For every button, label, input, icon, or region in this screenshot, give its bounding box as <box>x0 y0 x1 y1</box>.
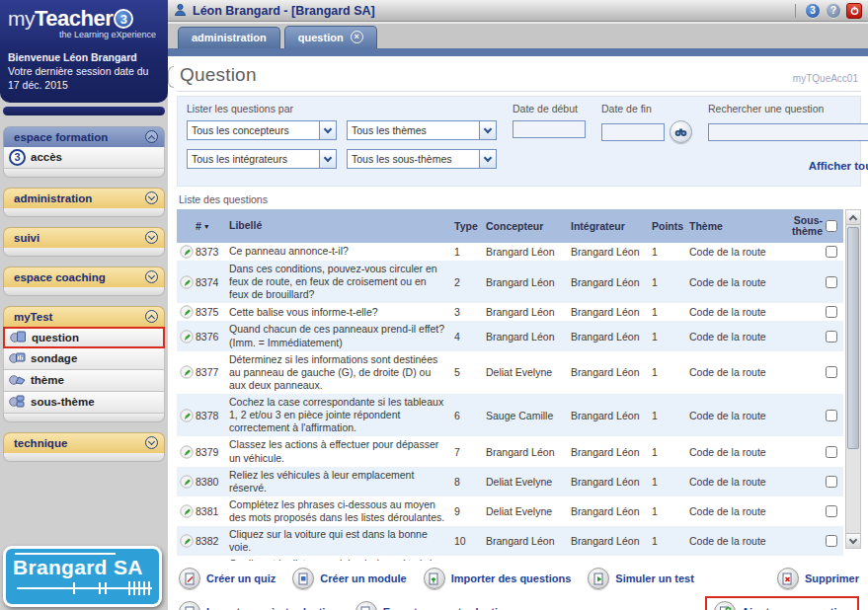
select-all-checkbox[interactable] <box>826 220 837 232</box>
simulate-test-button[interactable]: Simuler un test <box>588 568 693 589</box>
edit-question-icon[interactable] <box>177 445 196 459</box>
logout-icon[interactable] <box>846 3 862 19</box>
sidebar-item-question[interactable]: question <box>3 327 165 348</box>
question-label: Classez les actions à effectuer pour dép… <box>229 438 454 464</box>
integrateur-select[interactable]: Tous les intégrateurs <box>187 149 337 169</box>
question-theme: Code de la route <box>689 535 792 547</box>
add-question-button[interactable]: Ajouter une question <box>705 596 859 610</box>
sidebar-section-espace-coaching[interactable]: espace coaching <box>3 267 165 287</box>
question-search-input[interactable] <box>708 123 868 141</box>
edit-question-icon[interactable] <box>177 245 196 259</box>
question-list: #▼ Libellé Type Concepteur Intégrateur P… <box>177 209 861 561</box>
sidebar-item-theme[interactable]: thème <box>3 370 165 392</box>
row-checkbox[interactable] <box>826 410 837 421</box>
date-end-input[interactable] <box>601 123 665 141</box>
date-search-button[interactable] <box>670 120 692 143</box>
show-all-label: Afficher tout <box>809 160 868 172</box>
row-checkbox[interactable] <box>826 535 837 547</box>
scroll-down-button[interactable] <box>846 533 860 548</box>
main-area: Léon Brangard - [Brangard SA] 3 ? admini… <box>168 0 868 610</box>
company-name: Brangard SA <box>13 556 152 579</box>
tab-question[interactable]: question × <box>284 26 377 48</box>
scrollbar-track[interactable] <box>846 225 860 533</box>
sidebar-section-espace-formation[interactable]: espace formation <box>3 126 165 147</box>
version-3-icon[interactable]: 3 <box>805 3 821 19</box>
sous-theme-select[interactable]: Tous les sous-thèmes <box>347 149 497 169</box>
row-checkbox[interactable] <box>826 331 837 343</box>
table-header: #▼ Libellé Type Concepteur Intégrateur P… <box>177 209 843 243</box>
question-integrateur: Brangard Léon <box>571 535 652 547</box>
question-page: Question myTQueAcc01 Lister les question… <box>168 56 868 610</box>
chevron-down-icon[interactable] <box>319 121 336 139</box>
column-type: Type <box>454 220 486 232</box>
sidebar-item-sous-theme[interactable]: sous-thème <box>3 392 165 414</box>
edit-question-icon[interactable] <box>177 275 196 289</box>
question-points: 1 <box>652 246 689 258</box>
question-label: Quand chacun de ces panneaux prend-il ef… <box>229 323 454 348</box>
scrollbar-thumb[interactable] <box>847 227 859 449</box>
export-for-translation-button[interactable]: Exporter pour traduction <box>355 601 512 610</box>
chevron-down-icon[interactable] <box>479 150 496 168</box>
sidebar-section-technique[interactable]: technique <box>3 432 165 453</box>
question-id: 8375 <box>196 306 229 318</box>
actions-row-2: Importer après traduction Exporter pour … <box>177 592 861 610</box>
question-concepteur: Deliat Evelyne <box>486 505 571 517</box>
sidebar-collapse-handle[interactable] <box>168 66 174 88</box>
edit-question-icon[interactable] <box>177 409 196 422</box>
question-id: 8379 <box>196 446 229 458</box>
sidebar-item-label: sous-thème <box>31 396 95 408</box>
row-checkbox[interactable] <box>826 246 837 258</box>
button-label: Créer un quiz <box>206 572 276 584</box>
chevron-down-icon[interactable] <box>319 150 336 168</box>
import-after-translation-button[interactable]: Importer après traduction <box>179 601 339 610</box>
question-concepteur: Brangard Léon <box>486 446 571 458</box>
create-quiz-button[interactable]: Créer un quiz <box>179 568 276 589</box>
section-footer <box>3 208 165 217</box>
chevron-down-icon[interactable] <box>479 121 496 139</box>
welcome-message: Bienvenue Léon Brangard Votre dernière s… <box>8 50 160 93</box>
edit-question-icon[interactable] <box>177 330 196 343</box>
simulate-icon <box>588 568 609 589</box>
column-num[interactable]: #▼ <box>196 220 229 232</box>
window-titlebar: Léon Brangard - [Brangard SA] 3 ? <box>168 0 868 22</box>
sidebar-section-administration[interactable]: administration <box>3 188 165 208</box>
question-row: 8380 Reliez les véhicules à leur emplace… <box>177 467 843 496</box>
sidebar-item-sondage[interactable]: sondage <box>3 348 165 370</box>
create-module-button[interactable]: Créer un module <box>292 568 406 589</box>
row-checkbox[interactable] <box>826 306 837 318</box>
sidebar-section-suivi[interactable]: suivi <box>3 227 165 248</box>
close-icon[interactable]: × <box>351 31 363 43</box>
help-icon[interactable]: ? <box>826 3 841 19</box>
tab-administration[interactable]: administration <box>178 27 280 48</box>
edit-question-icon[interactable] <box>177 305 196 319</box>
import-questions-button[interactable]: Importer des questions <box>424 568 572 589</box>
vertical-scrollbar[interactable] <box>845 209 861 549</box>
row-checkbox[interactable] <box>826 476 837 488</box>
question-integrateur: Brangard Léon <box>571 366 652 378</box>
question-points: 1 <box>652 476 689 488</box>
section-label: technique <box>14 437 67 449</box>
edit-question-icon[interactable] <box>177 534 196 548</box>
show-all-button[interactable]: Afficher tout <box>708 154 868 177</box>
row-checkbox[interactable] <box>826 505 837 517</box>
sidebar-item-acces[interactable]: 3 accès <box>3 147 165 169</box>
date-start-input[interactable] <box>513 120 586 138</box>
question-concepteur: Sauge Camille <box>486 410 571 421</box>
sort-desc-icon: ▼ <box>203 223 210 230</box>
welcome-subtitle: Votre dernière session date du 17 déc. 2… <box>8 64 160 92</box>
welcome-title: Bienvenue Léon Brangard <box>8 50 160 64</box>
question-label: Cette balise vous informe-t-elle? <box>229 306 454 319</box>
theme-select[interactable]: Tous les thèmes <box>347 120 497 140</box>
row-checkbox[interactable] <box>826 366 837 378</box>
row-checkbox[interactable] <box>826 446 837 458</box>
edit-question-icon[interactable] <box>177 475 196 489</box>
scroll-up-button[interactable] <box>846 210 860 225</box>
delete-button[interactable]: Supprimer <box>777 568 859 589</box>
date-end-label: Date de fin <box>601 103 692 114</box>
sidebar-section-mytest[interactable]: myTest <box>3 306 165 327</box>
edit-question-icon[interactable] <box>177 504 196 518</box>
row-checkbox[interactable] <box>826 276 837 288</box>
edit-question-icon[interactable] <box>177 365 196 379</box>
concepteur-select[interactable]: Tous les concepteurs <box>187 120 337 140</box>
survey-icon <box>9 350 26 366</box>
